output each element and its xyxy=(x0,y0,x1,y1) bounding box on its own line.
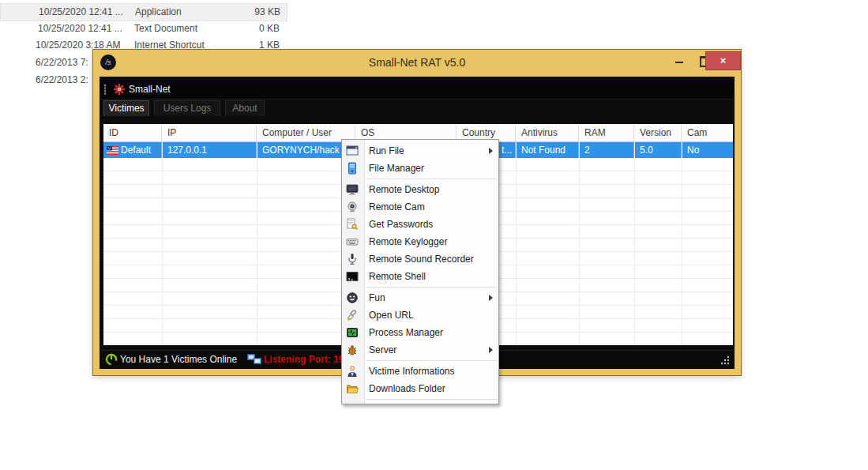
menu-item-fun[interactable]: Fun xyxy=(342,289,498,306)
remote-shell-icon xyxy=(346,270,359,283)
usa-flag-icon xyxy=(107,146,118,155)
column-divider xyxy=(162,142,163,345)
file-size: 93 KB xyxy=(254,6,280,17)
fun-icon xyxy=(346,291,359,304)
tab-about[interactable]: About xyxy=(225,100,265,116)
col-header-antivirus[interactable]: Antivirus xyxy=(516,124,579,141)
menu-item-downloads-folder[interactable]: Downloads Folder xyxy=(342,380,498,397)
submenu-arrow-icon xyxy=(489,148,493,154)
menu-item-remote-shell[interactable]: Remote Shell xyxy=(342,268,498,285)
col-header-ip[interactable]: IP xyxy=(162,124,257,141)
menu-item-remote-cam[interactable]: Remote Cam xyxy=(342,198,498,216)
menubar: Small-Net xyxy=(100,80,734,100)
menu-item-get-passwords[interactable]: Get Passwords xyxy=(342,216,498,233)
smallnet-logo-icon xyxy=(113,83,126,96)
resize-grip[interactable] xyxy=(720,355,731,366)
menu-separator xyxy=(366,179,497,179)
get-passwords-icon xyxy=(346,218,359,231)
menu-separator xyxy=(366,287,497,288)
open-url-icon xyxy=(346,309,359,321)
menu-item-remote-desktop[interactable]: Remote Desktop xyxy=(342,181,498,198)
file-date: 6/22/2013 2: xyxy=(36,74,88,85)
minimize-button[interactable] xyxy=(667,51,692,69)
file-type: Application xyxy=(135,6,182,17)
remote-sound-recorder-icon xyxy=(346,253,359,265)
online-status-icon xyxy=(105,353,118,366)
file-date: 10/25/2020 3:18 AM xyxy=(36,39,120,51)
minimize-icon xyxy=(675,62,683,63)
context-menu: Run File File Manager Remote Desktop Rem… xyxy=(341,139,499,404)
column-divider xyxy=(257,142,257,345)
column-divider xyxy=(516,142,517,345)
process-manager-icon xyxy=(346,326,359,339)
network-icon xyxy=(247,354,261,366)
victime-informations-icon xyxy=(346,365,359,378)
menu-item-open-url[interactable]: Open URL xyxy=(342,306,498,324)
file-date: 10/25/2020 12:41 ... xyxy=(39,6,123,17)
menu-item-server[interactable]: Server xyxy=(342,341,498,359)
file-size: 1 KB xyxy=(259,39,280,51)
menu-separator xyxy=(366,360,497,361)
downloads-folder-icon xyxy=(346,382,359,395)
close-button[interactable]: × xyxy=(705,51,741,70)
file-manager-icon xyxy=(346,162,359,175)
menu-item-remote-sound-recorder[interactable]: Remote Sound Recorder xyxy=(342,250,498,268)
cell-cam: No xyxy=(682,142,733,158)
run-file-icon xyxy=(346,145,359,157)
file-type: Internet Shortcut xyxy=(134,39,205,51)
file-type: Text Document xyxy=(134,23,197,34)
cell-ip: 127.0.0.1 xyxy=(162,142,257,158)
victims-online-text: You Have 1 Victimes Online xyxy=(120,354,237,365)
menu-smallnet[interactable]: Small-Net xyxy=(129,84,171,95)
remote-cam-icon xyxy=(346,201,359,213)
tab-victimes[interactable]: Victimes xyxy=(103,100,149,116)
menu-item-file-manager[interactable]: File Manager xyxy=(342,160,498,177)
file-size: 0 KB xyxy=(259,23,280,34)
col-header-version[interactable]: Version xyxy=(634,124,682,141)
cell-version: 5.0 xyxy=(634,142,682,158)
file-row[interactable]: 10/25/2020 12:41 ... Application 93 KB xyxy=(0,3,287,21)
submenu-arrow-icon xyxy=(489,295,493,301)
tab-users-logs[interactable]: Users Logs xyxy=(154,100,220,116)
listening-port-text: Listening Port: 199 xyxy=(264,354,349,365)
remote-desktop-icon xyxy=(346,183,359,196)
desktop: 10/25/2020 12:41 ... Application 93 KB 1… xyxy=(0,0,868,470)
menu-item-remote-keylogger[interactable]: Remote Keylogger xyxy=(342,233,498,250)
remote-keylogger-icon xyxy=(346,235,359,248)
col-header-ram[interactable]: RAM xyxy=(579,124,634,141)
menu-item-process-manager[interactable]: Process Manager xyxy=(342,324,498,341)
menu-item-victime-informations[interactable]: Victime Informations xyxy=(342,363,498,380)
column-divider xyxy=(634,142,635,345)
file-date: 6/22/2013 7: xyxy=(36,57,88,68)
submenu-arrow-icon xyxy=(489,347,493,353)
cell-antivirus: Not Found xyxy=(516,142,579,158)
titlebar[interactable]: /s Small-Net RAT v5.0 × xyxy=(93,50,741,77)
menu-item-run-file[interactable]: Run File xyxy=(342,142,498,160)
window-title: Small-Net RAT v5.0 xyxy=(93,56,741,69)
server-icon xyxy=(346,344,359,356)
menu-separator xyxy=(366,399,497,400)
col-header-id[interactable]: ID xyxy=(103,124,162,141)
column-divider xyxy=(579,142,580,345)
column-divider xyxy=(682,142,682,345)
file-date: 10/25/2020 12:41 ... xyxy=(38,23,122,34)
file-row[interactable]: 10/25/2020 12:41 ... Text Document 0 KB xyxy=(0,21,286,37)
cell-ram: 2 xyxy=(579,142,634,158)
grip-icon xyxy=(103,84,107,95)
col-header-cam[interactable]: Cam xyxy=(682,124,733,141)
